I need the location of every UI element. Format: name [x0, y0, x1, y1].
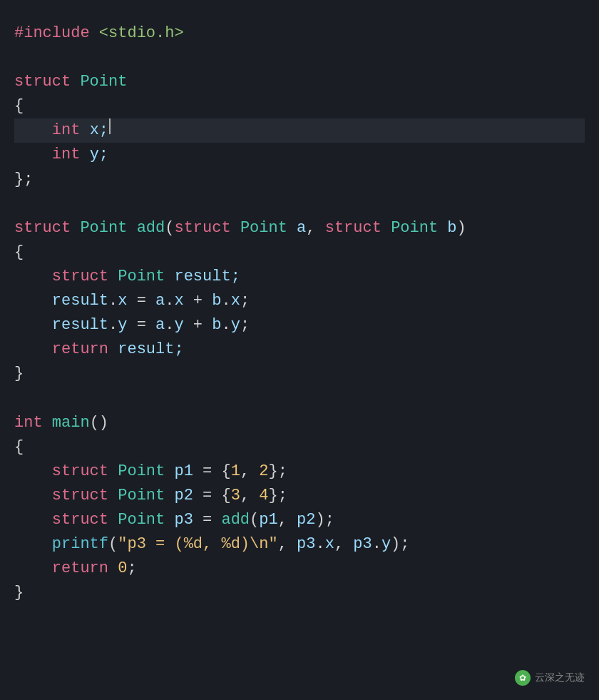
token-type-point: Point	[118, 484, 165, 508]
token-punctuation: ;	[240, 313, 250, 338]
token-number: 4	[259, 484, 268, 508]
token-punctuation: {	[14, 94, 24, 118]
token-punctuation: ,	[240, 460, 259, 484]
token-kw-include: #include	[14, 21, 90, 46]
token-number: 2	[259, 460, 268, 484]
token-plain	[71, 216, 80, 240]
token-var: result;	[174, 265, 240, 289]
token-plain	[165, 265, 174, 289]
token-plain	[108, 508, 118, 532]
token-operator: =	[193, 484, 222, 508]
token-var: x	[231, 289, 240, 313]
code-line: {	[14, 94, 585, 118]
token-kw-struct: struct	[14, 70, 71, 94]
token-plain	[108, 557, 118, 581]
token-punctuation: .	[221, 289, 230, 313]
token-punctuation: ;	[24, 168, 33, 192]
token-plain	[14, 532, 52, 557]
token-plain	[127, 216, 136, 240]
token-var: result;	[118, 338, 183, 362]
token-kw-int: int	[52, 118, 81, 143]
token-var: b	[212, 289, 221, 313]
token-punctuation: .	[108, 289, 118, 313]
token-punctuation: {	[221, 460, 230, 484]
code-line	[14, 46, 585, 70]
token-plain	[165, 460, 174, 484]
token-type-point: Point	[80, 70, 127, 94]
token-punctuation: ,	[278, 532, 297, 557]
token-kw-struct: struct	[52, 484, 108, 508]
token-string: "p3 = (%d, %d)\n"	[118, 532, 277, 557]
token-punctuation: }	[14, 168, 24, 192]
token-punctuation: ,	[334, 532, 353, 557]
token-punctuation: {	[221, 484, 230, 508]
code-line: int x;	[14, 118, 585, 143]
token-type-point: Point	[118, 265, 165, 289]
token-var: a	[297, 216, 306, 240]
token-punctuation: );	[316, 508, 334, 532]
code-line: struct Point	[14, 70, 585, 94]
token-punctuation: (	[250, 508, 259, 532]
token-punctuation: ;	[240, 289, 250, 313]
token-plain	[14, 143, 52, 167]
code-line: result.y = a.y + b.y;	[14, 313, 585, 338]
token-var: y	[231, 313, 240, 338]
code-line: }	[14, 362, 585, 386]
token-plain	[14, 460, 52, 484]
token-var: b	[447, 216, 456, 240]
token-kw-struct: struct	[52, 508, 108, 532]
code-line: int y;	[14, 143, 585, 167]
code-line: };	[14, 168, 585, 192]
code-line: printf("p3 = (%d, %d)\n", p3.x, p3.y);	[14, 532, 585, 557]
token-plain	[14, 289, 52, 313]
token-kw-struct: struct	[174, 216, 230, 240]
code-line: return 0;	[14, 557, 585, 581]
token-plain	[90, 21, 99, 46]
token-punctuation: {	[14, 240, 24, 265]
token-kw-return: return	[52, 557, 108, 581]
token-type-point: Point	[391, 216, 438, 240]
token-var: p2	[174, 484, 193, 508]
token-var: b	[212, 313, 221, 338]
token-punctuation: .	[165, 313, 174, 338]
token-plain	[14, 313, 52, 338]
token-punctuation: .	[315, 532, 324, 557]
token-plain	[14, 508, 52, 532]
token-var: a	[155, 313, 165, 338]
token-var: p2	[297, 508, 315, 532]
code-line: {	[14, 240, 585, 265]
token-operator: =	[193, 508, 222, 532]
code-line	[14, 192, 585, 216]
token-kw-return: return	[52, 338, 108, 362]
token-type-point: Point	[240, 216, 287, 240]
token-type-point: Point	[118, 460, 165, 484]
code-line: return result;	[14, 338, 585, 362]
token-plain	[14, 484, 52, 508]
token-var: p3	[174, 508, 193, 532]
token-plain	[14, 338, 52, 362]
token-punctuation: ,	[278, 508, 297, 532]
token-kw-struct: struct	[14, 216, 71, 240]
token-plain	[108, 460, 118, 484]
code-line: struct Point p1 = {1, 2};	[14, 460, 585, 484]
token-var: x;	[90, 118, 108, 143]
token-kw-struct: struct	[52, 460, 108, 484]
token-var: y;	[90, 143, 108, 167]
token-punctuation: ;	[127, 557, 136, 581]
token-number: 1	[231, 460, 240, 484]
watermark: ✿ 云深之无迹	[515, 670, 585, 686]
code-line	[14, 386, 585, 410]
token-plain	[108, 265, 118, 289]
token-func-name: add	[137, 216, 165, 240]
token-punctuation: };	[268, 460, 287, 484]
token-plain	[231, 216, 240, 240]
token-punctuation: }	[14, 362, 24, 386]
token-plain	[165, 484, 174, 508]
token-operator: =	[127, 313, 155, 338]
token-func-name: main	[52, 411, 90, 435]
token-var: result	[52, 313, 108, 338]
token-punctuation: (	[165, 216, 174, 240]
token-type-point: Point	[118, 508, 165, 532]
token-var: p3	[297, 532, 315, 557]
token-var: p3	[353, 532, 372, 557]
